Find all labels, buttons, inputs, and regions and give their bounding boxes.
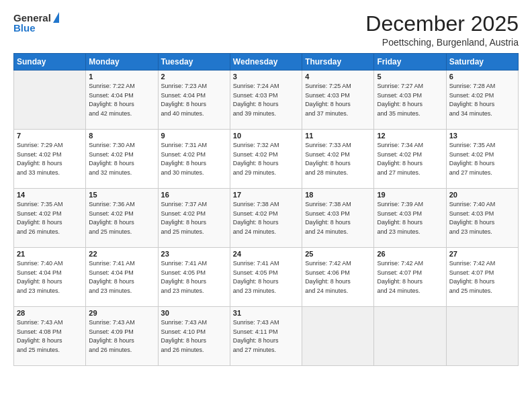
calendar-cell: 30Sunrise: 7:43 AMSunset: 4:10 PMDayligh… [158, 307, 230, 366]
day-info: Sunrise: 7:35 AMSunset: 4:02 PMDaylight:… [449, 141, 515, 177]
day-number: 5 [377, 73, 443, 81]
logo-blue: Blue [13, 22, 36, 34]
calendar-cell: 17Sunrise: 7:38 AMSunset: 4:02 PMDayligh… [230, 189, 302, 248]
calendar-cell: 6Sunrise: 7:28 AMSunset: 4:02 PMDaylight… [446, 71, 518, 130]
day-info: Sunrise: 7:41 AMSunset: 4:05 PMDaylight:… [161, 259, 227, 295]
calendar-cell: 11Sunrise: 7:33 AMSunset: 4:02 PMDayligh… [302, 130, 374, 189]
calendar: Sunday Monday Tuesday Wednesday Thursday… [13, 53, 519, 366]
calendar-cell: 8Sunrise: 7:30 AMSunset: 4:02 PMDaylight… [86, 130, 158, 189]
calendar-week-row: 7Sunrise: 7:29 AMSunset: 4:02 PMDaylight… [14, 130, 519, 189]
col-monday: Monday [86, 54, 158, 71]
day-number: 26 [377, 250, 443, 258]
col-wednesday: Wednesday [230, 54, 302, 71]
calendar-cell: 27Sunrise: 7:42 AMSunset: 4:07 PMDayligh… [446, 248, 518, 307]
day-number: 14 [17, 191, 83, 199]
logo: General Blue [13, 12, 59, 34]
day-number: 7 [17, 132, 83, 140]
calendar-cell: 26Sunrise: 7:42 AMSunset: 4:07 PMDayligh… [374, 248, 446, 307]
day-number: 9 [161, 132, 227, 140]
day-info: Sunrise: 7:25 AMSunset: 4:03 PMDaylight:… [305, 82, 371, 118]
calendar-cell: 23Sunrise: 7:41 AMSunset: 4:05 PMDayligh… [158, 248, 230, 307]
day-number: 6 [449, 73, 515, 81]
day-info: Sunrise: 7:39 AMSunset: 4:03 PMDaylight:… [377, 200, 443, 236]
calendar-cell: 7Sunrise: 7:29 AMSunset: 4:02 PMDaylight… [14, 130, 86, 189]
page: General Blue December 2025 Poettsching, … [0, 0, 532, 411]
calendar-cell: 10Sunrise: 7:32 AMSunset: 4:02 PMDayligh… [230, 130, 302, 189]
day-info: Sunrise: 7:27 AMSunset: 4:03 PMDaylight:… [377, 82, 443, 118]
day-info: Sunrise: 7:35 AMSunset: 4:02 PMDaylight:… [17, 200, 83, 236]
calendar-week-row: 28Sunrise: 7:43 AMSunset: 4:08 PMDayligh… [14, 307, 519, 366]
calendar-cell: 5Sunrise: 7:27 AMSunset: 4:03 PMDaylight… [374, 71, 446, 130]
calendar-cell [374, 307, 446, 366]
day-number: 22 [89, 250, 154, 258]
day-number: 10 [233, 132, 299, 140]
calendar-cell: 18Sunrise: 7:38 AMSunset: 4:03 PMDayligh… [302, 189, 374, 248]
month-title: December 2025 [365, 12, 519, 36]
day-number: 11 [305, 132, 371, 140]
calendar-cell: 12Sunrise: 7:34 AMSunset: 4:02 PMDayligh… [374, 130, 446, 189]
calendar-cell: 13Sunrise: 7:35 AMSunset: 4:02 PMDayligh… [446, 130, 518, 189]
logo-triangle-icon [53, 12, 59, 23]
day-number: 17 [233, 191, 299, 199]
day-info: Sunrise: 7:41 AMSunset: 4:04 PMDaylight:… [89, 259, 154, 295]
day-number: 15 [89, 191, 154, 199]
day-info: Sunrise: 7:24 AMSunset: 4:03 PMDaylight:… [233, 82, 299, 118]
calendar-cell: 24Sunrise: 7:41 AMSunset: 4:05 PMDayligh… [230, 248, 302, 307]
day-info: Sunrise: 7:28 AMSunset: 4:02 PMDaylight:… [449, 82, 515, 118]
calendar-cell: 9Sunrise: 7:31 AMSunset: 4:02 PMDaylight… [158, 130, 230, 189]
subtitle: Poettsching, Burgenland, Austria [365, 37, 519, 48]
calendar-cell: 19Sunrise: 7:39 AMSunset: 4:03 PMDayligh… [374, 189, 446, 248]
day-number: 4 [305, 73, 371, 81]
calendar-cell: 3Sunrise: 7:24 AMSunset: 4:03 PMDaylight… [230, 71, 302, 130]
calendar-week-row: 1Sunrise: 7:22 AMSunset: 4:04 PMDaylight… [14, 71, 519, 130]
day-info: Sunrise: 7:38 AMSunset: 4:02 PMDaylight:… [233, 200, 299, 236]
day-info: Sunrise: 7:22 AMSunset: 4:04 PMDaylight:… [89, 82, 154, 118]
calendar-week-row: 21Sunrise: 7:40 AMSunset: 4:04 PMDayligh… [14, 248, 519, 307]
day-info: Sunrise: 7:23 AMSunset: 4:04 PMDaylight:… [161, 82, 227, 118]
day-info: Sunrise: 7:42 AMSunset: 4:06 PMDaylight:… [305, 259, 371, 295]
calendar-cell: 28Sunrise: 7:43 AMSunset: 4:08 PMDayligh… [14, 307, 86, 366]
day-info: Sunrise: 7:34 AMSunset: 4:02 PMDaylight:… [377, 141, 443, 177]
calendar-cell: 14Sunrise: 7:35 AMSunset: 4:02 PMDayligh… [14, 189, 86, 248]
day-number: 13 [449, 132, 515, 140]
day-number: 16 [161, 191, 227, 199]
day-info: Sunrise: 7:31 AMSunset: 4:02 PMDaylight:… [161, 141, 227, 177]
day-info: Sunrise: 7:43 AMSunset: 4:10 PMDaylight:… [161, 318, 227, 355]
calendar-cell: 1Sunrise: 7:22 AMSunset: 4:04 PMDaylight… [86, 71, 158, 130]
day-number: 1 [89, 73, 154, 81]
day-number: 3 [233, 73, 299, 81]
day-info: Sunrise: 7:41 AMSunset: 4:05 PMDaylight:… [233, 259, 299, 295]
day-info: Sunrise: 7:43 AMSunset: 4:08 PMDaylight:… [17, 318, 83, 355]
day-info: Sunrise: 7:42 AMSunset: 4:07 PMDaylight:… [449, 259, 515, 295]
calendar-cell: 25Sunrise: 7:42 AMSunset: 4:06 PMDayligh… [302, 248, 374, 307]
calendar-cell: 16Sunrise: 7:37 AMSunset: 4:02 PMDayligh… [158, 189, 230, 248]
calendar-cell [302, 307, 374, 366]
day-info: Sunrise: 7:36 AMSunset: 4:02 PMDaylight:… [89, 200, 154, 236]
title-block: December 2025 Poettsching, Burgenland, A… [365, 12, 519, 48]
calendar-cell: 31Sunrise: 7:43 AMSunset: 4:11 PMDayligh… [230, 307, 302, 366]
col-thursday: Thursday [302, 54, 374, 71]
col-sunday: Sunday [14, 54, 86, 71]
day-info: Sunrise: 7:37 AMSunset: 4:02 PMDaylight:… [161, 200, 227, 236]
day-info: Sunrise: 7:43 AMSunset: 4:09 PMDaylight:… [89, 318, 154, 355]
day-number: 29 [89, 309, 154, 317]
day-number: 2 [161, 73, 227, 81]
calendar-cell: 15Sunrise: 7:36 AMSunset: 4:02 PMDayligh… [86, 189, 158, 248]
day-info: Sunrise: 7:43 AMSunset: 4:11 PMDaylight:… [233, 318, 299, 355]
day-info: Sunrise: 7:33 AMSunset: 4:02 PMDaylight:… [305, 141, 371, 177]
header: General Blue December 2025 Poettsching, … [13, 12, 519, 48]
day-number: 31 [233, 309, 299, 317]
day-number: 23 [161, 250, 227, 258]
calendar-cell [14, 71, 86, 130]
calendar-cell: 22Sunrise: 7:41 AMSunset: 4:04 PMDayligh… [86, 248, 158, 307]
day-info: Sunrise: 7:42 AMSunset: 4:07 PMDaylight:… [377, 259, 443, 295]
day-number: 27 [449, 250, 515, 258]
day-number: 25 [305, 250, 371, 258]
calendar-cell: 20Sunrise: 7:40 AMSunset: 4:03 PMDayligh… [446, 189, 518, 248]
calendar-cell: 2Sunrise: 7:23 AMSunset: 4:04 PMDaylight… [158, 71, 230, 130]
calendar-week-row: 14Sunrise: 7:35 AMSunset: 4:02 PMDayligh… [14, 189, 519, 248]
day-number: 18 [305, 191, 371, 199]
calendar-cell [446, 307, 518, 366]
calendar-cell: 21Sunrise: 7:40 AMSunset: 4:04 PMDayligh… [14, 248, 86, 307]
calendar-header-row: Sunday Monday Tuesday Wednesday Thursday… [14, 54, 519, 71]
